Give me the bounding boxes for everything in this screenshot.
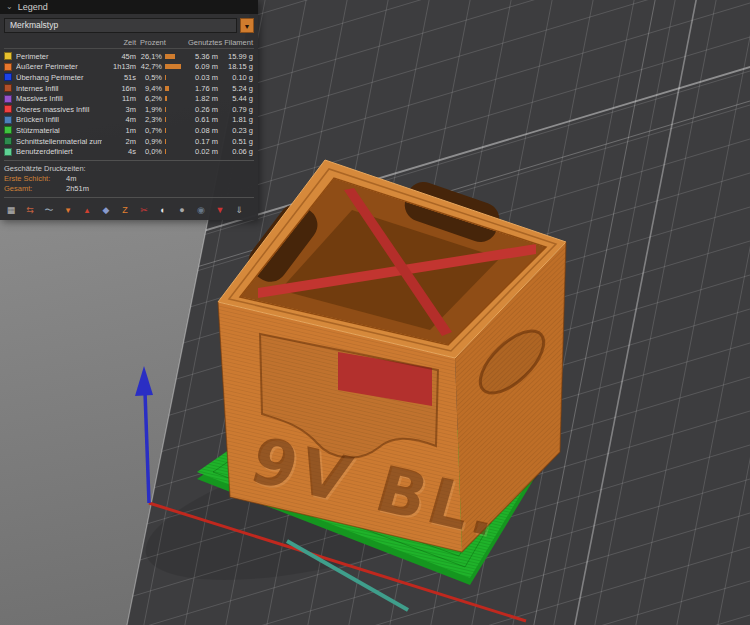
view-type-select[interactable]: Merkmalstyp	[4, 18, 237, 33]
feature-time: 1m	[102, 126, 136, 135]
feature-time: 51s	[102, 73, 136, 82]
feature-label: Äußerer Perimeter	[16, 62, 102, 71]
percent-bar-fill	[165, 149, 166, 154]
feature-color-swatch	[4, 52, 12, 60]
legend-row-support-material[interactable]: Stützmaterial 1m 0,7% 0.08 m 0.23 g	[4, 125, 254, 136]
seams-icon[interactable]: ◆	[100, 204, 112, 216]
shells-icon[interactable]: ◉	[195, 204, 207, 216]
feature-percent: 1,9%	[136, 105, 162, 114]
first-layer-time-label: Erste Schicht:	[4, 174, 66, 183]
feature-color-swatch	[4, 73, 12, 81]
legend-title: Legend	[18, 2, 48, 12]
legend-row-outer-perimeter[interactable]: Äußerer Perimeter 1h13m 42,7% 6.09 m 18.…	[4, 62, 254, 73]
feature-percent: 2,3%	[136, 115, 162, 124]
slicer-preview-window: 9V BL. 9V BL. ⌄ Legend Merkmalstyp ▼	[0, 0, 750, 625]
legend-panel: ⌄ Legend Merkmalstyp ▼ Zeit Prozent Genu…	[0, 0, 258, 220]
feature-filament-m: 0.03 m	[184, 73, 218, 82]
feature-percent: 0,5%	[136, 73, 162, 82]
feature-filament-g: 5.24 g	[218, 84, 253, 93]
color-changes-icon[interactable]: ✂	[138, 204, 150, 216]
travel-moves-icon[interactable]: ⇆	[24, 204, 36, 216]
tool-marker-icon[interactable]: ▼	[214, 204, 226, 216]
legend-title-bar[interactable]: ⌄ Legend	[0, 0, 258, 14]
feature-filament-m: 0.17 m	[184, 137, 218, 146]
feature-label: Überhang Perimeter	[16, 73, 102, 82]
total-time-label: Gesamt:	[4, 184, 66, 193]
col-header-time: Zeit	[102, 38, 136, 47]
output-file-icon[interactable]: ⇓	[233, 204, 245, 216]
legend-row-custom[interactable]: Benutzerdefiniert 4s 0,0% 0.02 m 0.06 g	[4, 146, 254, 157]
feature-label: Massives Infill	[16, 94, 102, 103]
feature-percent: 0,9%	[136, 137, 162, 146]
feature-label: Benutzerdefiniert	[16, 147, 102, 156]
feature-filament-g: 0.79 g	[218, 105, 253, 114]
col-header-percent: Prozent	[136, 38, 184, 47]
legend-toolbar: ▦ ⇆ 〜 ▾ ▴ ◆ Z ✂ ◐ ● ◉ ▼ ⇓	[4, 201, 254, 216]
collapse-caret-icon[interactable]: ⌄	[6, 0, 13, 14]
feature-filament-g: 0.06 g	[218, 147, 253, 156]
legend-row-top-solid-infill[interactable]: Oberes massives Infill 3m 1,9% 0.26 m 0.…	[4, 104, 254, 115]
feature-filament-g: 5.44 g	[218, 94, 253, 103]
feature-filament-m: 0.08 m	[184, 126, 218, 135]
feature-filament-g: 0.10 g	[218, 73, 253, 82]
feature-filament-m: 1.82 m	[184, 94, 218, 103]
feature-filament-g: 0.51 g	[218, 137, 253, 146]
feature-filament-m: 5.36 m	[184, 52, 218, 61]
feature-percent: 9,4%	[136, 84, 162, 93]
tool-changes-icon[interactable]: Z	[119, 204, 131, 216]
feature-percent: 26,1%	[136, 52, 162, 61]
feature-percent-bar	[162, 64, 184, 69]
percent-bar-fill	[165, 107, 166, 112]
deretractions-icon[interactable]: ▴	[81, 204, 93, 216]
divider	[4, 197, 254, 198]
legend-row-bridge-infill[interactable]: Brücken Infill 4m 2,3% 0.61 m 1.81 g	[4, 115, 254, 126]
legend-row-solid-infill[interactable]: Massives Infill 11m 6,2% 1.82 m 5.44 g	[4, 93, 254, 104]
feature-filament-m: 0.02 m	[184, 147, 218, 156]
wipe-moves-icon[interactable]: 〜	[43, 204, 55, 216]
percent-bar-fill	[165, 139, 166, 144]
percent-bar-fill	[165, 86, 169, 91]
feature-color-swatch	[4, 84, 12, 92]
view-type-dropdown-button[interactable]: ▼	[240, 18, 254, 33]
feature-time: 11m	[102, 94, 136, 103]
feature-label: Schnittstellenmaterial zum Stützmaterial	[16, 137, 102, 146]
feature-percent-bar	[162, 128, 184, 133]
feature-percent-bar	[162, 75, 184, 80]
legend-row-support-interface[interactable]: Schnittstellenmaterial zum Stützmaterial…	[4, 136, 254, 147]
feature-time: 4m	[102, 115, 136, 124]
percent-bar-fill	[165, 54, 175, 59]
feature-filament-m: 0.61 m	[184, 115, 218, 124]
retractions-icon[interactable]: ▾	[62, 204, 74, 216]
feature-color-swatch	[4, 148, 12, 156]
feature-color-swatch	[4, 137, 12, 145]
legend-row-perimeter[interactable]: Perimeter 45m 26,1% 5.36 m 15.99 g	[4, 51, 254, 62]
feature-percent-bar	[162, 149, 184, 154]
feature-filament-m: 0.26 m	[184, 105, 218, 114]
percent-bar-fill	[165, 117, 166, 122]
feature-label: Internes Infill	[16, 84, 102, 93]
col-header-filament: Genutztes Filament	[184, 38, 253, 47]
feature-percent-bar	[162, 96, 184, 101]
feature-time: 4s	[102, 147, 136, 156]
feature-label: Stützmaterial	[16, 126, 102, 135]
legend-row-overhang-perimeter[interactable]: Überhang Perimeter 51s 0,5% 0.03 m 0.10 …	[4, 72, 254, 83]
legend-row-internal-infill[interactable]: Internes Infill 16m 9,4% 1.76 m 5.24 g	[4, 83, 254, 94]
pause-prints-icon[interactable]: ◐	[157, 204, 169, 216]
feature-color-swatch	[4, 63, 12, 71]
feature-percent: 0,7%	[136, 126, 162, 135]
feature-label: Perimeter	[16, 52, 102, 61]
feature-time: 1h13m	[102, 62, 136, 71]
feature-percent-bar	[162, 117, 184, 122]
feature-percent-bar	[162, 139, 184, 144]
feature-filament-g: 1.81 g	[218, 115, 253, 124]
total-time-value: 2h51m	[66, 184, 89, 193]
feature-time: 2m	[102, 137, 136, 146]
first-layer-time-value: 4m	[66, 174, 76, 183]
feature-percent: 0,0%	[136, 147, 162, 156]
feature-label: Oberes massives Infill	[16, 105, 102, 114]
feature-color-swatch	[4, 126, 12, 134]
feature-types-icon[interactable]: ▦	[5, 204, 17, 216]
custom-gcodes-icon[interactable]: ●	[176, 204, 188, 216]
legend-table-header: Zeit Prozent Genutztes Filament	[4, 37, 254, 49]
divider	[4, 160, 254, 161]
